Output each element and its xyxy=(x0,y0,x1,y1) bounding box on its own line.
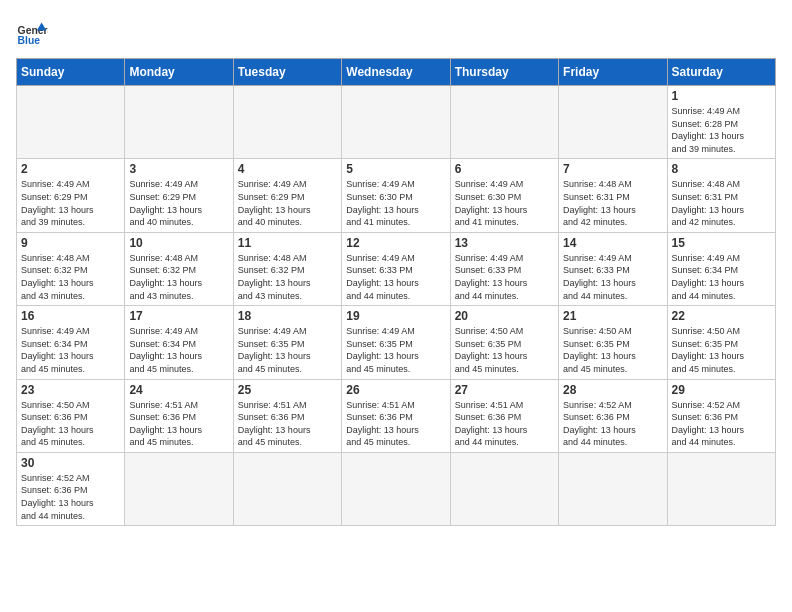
day-info: Sunrise: 4:49 AMSunset: 6:33 PMDaylight:… xyxy=(563,252,662,302)
calendar-cell: 14Sunrise: 4:49 AMSunset: 6:33 PMDayligh… xyxy=(559,232,667,305)
calendar-cell: 4Sunrise: 4:49 AMSunset: 6:29 PMDaylight… xyxy=(233,159,341,232)
day-info: Sunrise: 4:51 AMSunset: 6:36 PMDaylight:… xyxy=(238,399,337,449)
day-info: Sunrise: 4:48 AMSunset: 6:32 PMDaylight:… xyxy=(129,252,228,302)
calendar-table: SundayMondayTuesdayWednesdayThursdayFrid… xyxy=(16,58,776,526)
day-info: Sunrise: 4:49 AMSunset: 6:29 PMDaylight:… xyxy=(129,178,228,228)
day-info: Sunrise: 4:49 AMSunset: 6:28 PMDaylight:… xyxy=(672,105,771,155)
calendar-cell: 3Sunrise: 4:49 AMSunset: 6:29 PMDaylight… xyxy=(125,159,233,232)
calendar-cell xyxy=(559,452,667,525)
day-number: 12 xyxy=(346,236,445,250)
day-info: Sunrise: 4:49 AMSunset: 6:35 PMDaylight:… xyxy=(346,325,445,375)
calendar-cell: 21Sunrise: 4:50 AMSunset: 6:35 PMDayligh… xyxy=(559,306,667,379)
calendar-cell: 23Sunrise: 4:50 AMSunset: 6:36 PMDayligh… xyxy=(17,379,125,452)
day-number: 26 xyxy=(346,383,445,397)
day-number: 28 xyxy=(563,383,662,397)
calendar-cell xyxy=(233,86,341,159)
day-number: 9 xyxy=(21,236,120,250)
day-number: 6 xyxy=(455,162,554,176)
logo: General Blue xyxy=(16,16,52,48)
day-info: Sunrise: 4:49 AMSunset: 6:34 PMDaylight:… xyxy=(672,252,771,302)
day-info: Sunrise: 4:52 AMSunset: 6:36 PMDaylight:… xyxy=(672,399,771,449)
day-info: Sunrise: 4:52 AMSunset: 6:36 PMDaylight:… xyxy=(21,472,120,522)
weekday-header-monday: Monday xyxy=(125,59,233,86)
calendar-cell: 7Sunrise: 4:48 AMSunset: 6:31 PMDaylight… xyxy=(559,159,667,232)
day-info: Sunrise: 4:49 AMSunset: 6:30 PMDaylight:… xyxy=(346,178,445,228)
day-number: 18 xyxy=(238,309,337,323)
day-info: Sunrise: 4:51 AMSunset: 6:36 PMDaylight:… xyxy=(346,399,445,449)
calendar-cell: 28Sunrise: 4:52 AMSunset: 6:36 PMDayligh… xyxy=(559,379,667,452)
calendar-cell xyxy=(17,86,125,159)
day-info: Sunrise: 4:49 AMSunset: 6:35 PMDaylight:… xyxy=(238,325,337,375)
calendar-cell: 8Sunrise: 4:48 AMSunset: 6:31 PMDaylight… xyxy=(667,159,775,232)
calendar-cell: 17Sunrise: 4:49 AMSunset: 6:34 PMDayligh… xyxy=(125,306,233,379)
day-number: 29 xyxy=(672,383,771,397)
day-number: 20 xyxy=(455,309,554,323)
calendar-cell: 25Sunrise: 4:51 AMSunset: 6:36 PMDayligh… xyxy=(233,379,341,452)
calendar-cell: 24Sunrise: 4:51 AMSunset: 6:36 PMDayligh… xyxy=(125,379,233,452)
day-info: Sunrise: 4:51 AMSunset: 6:36 PMDaylight:… xyxy=(455,399,554,449)
day-number: 19 xyxy=(346,309,445,323)
calendar-week-6: 30Sunrise: 4:52 AMSunset: 6:36 PMDayligh… xyxy=(17,452,776,525)
weekday-header-friday: Friday xyxy=(559,59,667,86)
day-info: Sunrise: 4:49 AMSunset: 6:29 PMDaylight:… xyxy=(238,178,337,228)
day-info: Sunrise: 4:48 AMSunset: 6:31 PMDaylight:… xyxy=(672,178,771,228)
day-number: 2 xyxy=(21,162,120,176)
calendar-cell xyxy=(342,86,450,159)
weekday-header-tuesday: Tuesday xyxy=(233,59,341,86)
day-info: Sunrise: 4:48 AMSunset: 6:31 PMDaylight:… xyxy=(563,178,662,228)
day-number: 3 xyxy=(129,162,228,176)
calendar-week-4: 16Sunrise: 4:49 AMSunset: 6:34 PMDayligh… xyxy=(17,306,776,379)
weekday-header-sunday: Sunday xyxy=(17,59,125,86)
day-info: Sunrise: 4:48 AMSunset: 6:32 PMDaylight:… xyxy=(21,252,120,302)
calendar-cell: 27Sunrise: 4:51 AMSunset: 6:36 PMDayligh… xyxy=(450,379,558,452)
calendar-cell: 12Sunrise: 4:49 AMSunset: 6:33 PMDayligh… xyxy=(342,232,450,305)
calendar-cell: 11Sunrise: 4:48 AMSunset: 6:32 PMDayligh… xyxy=(233,232,341,305)
day-info: Sunrise: 4:49 AMSunset: 6:33 PMDaylight:… xyxy=(346,252,445,302)
calendar-cell xyxy=(342,452,450,525)
calendar-cell xyxy=(667,452,775,525)
calendar-week-2: 2Sunrise: 4:49 AMSunset: 6:29 PMDaylight… xyxy=(17,159,776,232)
day-number: 4 xyxy=(238,162,337,176)
day-number: 24 xyxy=(129,383,228,397)
day-info: Sunrise: 4:51 AMSunset: 6:36 PMDaylight:… xyxy=(129,399,228,449)
calendar-cell: 30Sunrise: 4:52 AMSunset: 6:36 PMDayligh… xyxy=(17,452,125,525)
weekday-header-thursday: Thursday xyxy=(450,59,558,86)
calendar-cell: 10Sunrise: 4:48 AMSunset: 6:32 PMDayligh… xyxy=(125,232,233,305)
calendar-week-1: 1Sunrise: 4:49 AMSunset: 6:28 PMDaylight… xyxy=(17,86,776,159)
calendar-cell: 6Sunrise: 4:49 AMSunset: 6:30 PMDaylight… xyxy=(450,159,558,232)
day-number: 30 xyxy=(21,456,120,470)
calendar-cell: 22Sunrise: 4:50 AMSunset: 6:35 PMDayligh… xyxy=(667,306,775,379)
calendar-cell: 2Sunrise: 4:49 AMSunset: 6:29 PMDaylight… xyxy=(17,159,125,232)
day-number: 23 xyxy=(21,383,120,397)
svg-text:Blue: Blue xyxy=(18,35,41,46)
day-info: Sunrise: 4:52 AMSunset: 6:36 PMDaylight:… xyxy=(563,399,662,449)
calendar-cell xyxy=(450,452,558,525)
logo-icon: General Blue xyxy=(16,16,48,48)
calendar-cell: 19Sunrise: 4:49 AMSunset: 6:35 PMDayligh… xyxy=(342,306,450,379)
calendar-cell: 29Sunrise: 4:52 AMSunset: 6:36 PMDayligh… xyxy=(667,379,775,452)
day-number: 11 xyxy=(238,236,337,250)
day-info: Sunrise: 4:49 AMSunset: 6:29 PMDaylight:… xyxy=(21,178,120,228)
day-info: Sunrise: 4:50 AMSunset: 6:35 PMDaylight:… xyxy=(455,325,554,375)
day-number: 16 xyxy=(21,309,120,323)
calendar-cell: 16Sunrise: 4:49 AMSunset: 6:34 PMDayligh… xyxy=(17,306,125,379)
day-number: 27 xyxy=(455,383,554,397)
day-number: 8 xyxy=(672,162,771,176)
day-info: Sunrise: 4:50 AMSunset: 6:36 PMDaylight:… xyxy=(21,399,120,449)
calendar-cell xyxy=(125,86,233,159)
day-info: Sunrise: 4:49 AMSunset: 6:34 PMDaylight:… xyxy=(129,325,228,375)
day-number: 10 xyxy=(129,236,228,250)
calendar-cell xyxy=(233,452,341,525)
day-number: 15 xyxy=(672,236,771,250)
day-number: 13 xyxy=(455,236,554,250)
calendar-cell: 20Sunrise: 4:50 AMSunset: 6:35 PMDayligh… xyxy=(450,306,558,379)
calendar-cell: 26Sunrise: 4:51 AMSunset: 6:36 PMDayligh… xyxy=(342,379,450,452)
calendar-cell xyxy=(125,452,233,525)
day-info: Sunrise: 4:49 AMSunset: 6:34 PMDaylight:… xyxy=(21,325,120,375)
day-number: 1 xyxy=(672,89,771,103)
day-number: 5 xyxy=(346,162,445,176)
day-number: 14 xyxy=(563,236,662,250)
calendar-cell: 18Sunrise: 4:49 AMSunset: 6:35 PMDayligh… xyxy=(233,306,341,379)
header: General Blue xyxy=(16,16,776,48)
day-number: 7 xyxy=(563,162,662,176)
